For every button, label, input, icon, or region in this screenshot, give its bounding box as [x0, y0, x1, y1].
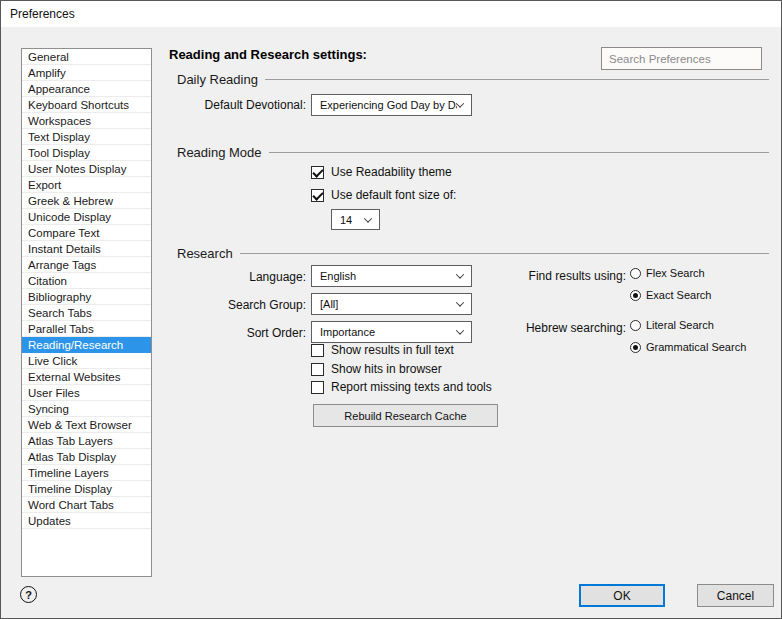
radio-label: Flex Search [646, 267, 705, 279]
use-readability-checkbox[interactable]: Use Readability theme [311, 165, 452, 179]
sidebar-item-parallel-tabs[interactable]: Parallel Tabs [22, 321, 151, 337]
show-results-full-text-checkbox[interactable]: Show results in full text [311, 343, 454, 357]
sidebar-item-keyboard-shortcuts[interactable]: Keyboard Shortcuts [22, 97, 151, 113]
chevron-down-icon [364, 214, 372, 222]
sidebar-item-workspaces[interactable]: Workspaces [22, 113, 151, 129]
show-hits-browser-checkbox[interactable]: Show hits in browser [311, 362, 442, 376]
rebuild-research-cache-button[interactable]: Rebuild Research Cache [313, 404, 498, 427]
sidebar-item-reading-research[interactable]: Reading/Research [22, 337, 151, 353]
page-title: Reading and Research settings: [169, 47, 367, 62]
ok-button[interactable]: OK [579, 584, 665, 607]
sort-order-label: Sort Order: [169, 326, 306, 340]
sidebar-item-amplify[interactable]: Amplify [22, 65, 151, 81]
window-title: Preferences [10, 1, 75, 27]
exact-search-radio[interactable]: Exact Search [630, 289, 711, 301]
sidebar-item-syncing[interactable]: Syncing [22, 401, 151, 417]
sidebar-item-live-click[interactable]: Live Click [22, 353, 151, 369]
checkbox-label: Report missing texts and tools [331, 380, 492, 394]
sidebar-item-compare-text[interactable]: Compare Text [22, 225, 151, 241]
radio-icon [630, 290, 641, 301]
sidebar-item-general[interactable]: General [22, 49, 151, 65]
group-research: Research [177, 246, 769, 261]
sidebar-item-appearance[interactable]: Appearance [22, 81, 151, 97]
sidebar-item-timeline-display[interactable]: Timeline Display [22, 481, 151, 497]
literal-search-radio[interactable]: Literal Search [630, 319, 714, 331]
sidebar-item-unicode-display[interactable]: Unicode Display [22, 209, 151, 225]
use-default-font-size-checkbox[interactable]: Use default font size of: [311, 188, 456, 202]
radio-icon [630, 268, 641, 279]
radio-icon [630, 320, 641, 331]
report-missing-checkbox[interactable]: Report missing texts and tools [311, 380, 492, 394]
radio-label: Grammatical Search [646, 341, 746, 353]
sidebar-item-word-chart-tabs[interactable]: Word Chart Tabs [22, 497, 151, 513]
group-daily-reading: Daily Reading [177, 72, 769, 87]
chevron-down-icon [456, 298, 464, 306]
checkbox-label: Show hits in browser [331, 362, 442, 376]
language-label: Language: [169, 270, 306, 284]
sidebar-item-user-files[interactable]: User Files [22, 385, 151, 401]
radio-icon [630, 342, 641, 353]
find-results-label: Find results using: [501, 269, 626, 283]
group-divider [265, 79, 769, 80]
sidebar-item-tool-display[interactable]: Tool Display [22, 145, 151, 161]
search-group-select[interactable]: [All] [311, 293, 472, 315]
checkbox-label: Show results in full text [331, 343, 454, 357]
preferences-window: Preferences GeneralAmplifyAppearanceKeyb… [0, 0, 782, 619]
checkbox-icon [311, 189, 324, 202]
chevron-down-icon [456, 270, 464, 278]
checkbox-icon [311, 344, 324, 357]
group-divider [269, 152, 769, 153]
sidebar-item-user-notes-display[interactable]: User Notes Display [22, 161, 151, 177]
select-value: Experiencing God Day by Day [320, 99, 457, 111]
sidebar-item-timeline-layers[interactable]: Timeline Layers [22, 465, 151, 481]
checkbox-icon [311, 363, 324, 376]
preferences-list: GeneralAmplifyAppearanceKeyboard Shortcu… [21, 48, 152, 577]
sidebar-item-text-display[interactable]: Text Display [22, 129, 151, 145]
select-value: 14 [340, 214, 352, 226]
sidebar-item-bibliography[interactable]: Bibliography [22, 289, 151, 305]
sidebar-item-arrange-tags[interactable]: Arrange Tags [22, 257, 151, 273]
sidebar-item-external-websites[interactable]: External Websites [22, 369, 151, 385]
checkbox-icon [311, 381, 324, 394]
sidebar-item-web-text-browser[interactable]: Web & Text Browser [22, 417, 151, 433]
language-select[interactable]: English [311, 265, 472, 287]
group-label: Research [177, 246, 233, 261]
default-devotional-label: Default Devotional: [169, 98, 306, 112]
group-divider [240, 253, 769, 254]
default-devotional-select[interactable]: Experiencing God Day by Day [311, 94, 472, 116]
select-value: English [320, 270, 356, 282]
group-reading-mode: Reading Mode [177, 145, 769, 160]
checkbox-label: Use default font size of: [331, 188, 456, 202]
sidebar-item-greek-hebrew[interactable]: Greek & Hebrew [22, 193, 151, 209]
sidebar-item-instant-details[interactable]: Instant Details [22, 241, 151, 257]
chevron-down-icon [456, 99, 464, 107]
chevron-down-icon [456, 326, 464, 334]
sort-order-select[interactable]: Importance [311, 321, 472, 343]
group-label: Reading Mode [177, 145, 262, 160]
hebrew-searching-label: Hebrew searching: [501, 321, 626, 335]
grammatical-search-radio[interactable]: Grammatical Search [630, 341, 746, 353]
group-label: Daily Reading [177, 72, 258, 87]
title-bar: Preferences [1, 1, 781, 27]
font-size-select[interactable]: 14 [331, 209, 380, 230]
sidebar-item-search-tabs[interactable]: Search Tabs [22, 305, 151, 321]
sidebar-item-citation[interactable]: Citation [22, 273, 151, 289]
checkbox-icon [311, 166, 324, 179]
cancel-button[interactable]: Cancel [697, 584, 774, 607]
checkbox-label: Use Readability theme [331, 165, 452, 179]
help-button[interactable]: ? [20, 586, 37, 603]
radio-label: Exact Search [646, 289, 711, 301]
select-value: [All] [320, 298, 338, 310]
sidebar-item-atlas-tab-display[interactable]: Atlas Tab Display [22, 449, 151, 465]
search-group-label: Search Group: [169, 298, 306, 312]
radio-label: Literal Search [646, 319, 714, 331]
sidebar-item-export[interactable]: Export [22, 177, 151, 193]
select-value: Importance [320, 326, 375, 338]
flex-search-radio[interactable]: Flex Search [630, 267, 705, 279]
sidebar-item-updates[interactable]: Updates [22, 513, 151, 529]
sidebar-item-atlas-tab-layers[interactable]: Atlas Tab Layers [22, 433, 151, 449]
search-preferences-input[interactable] [601, 47, 762, 70]
